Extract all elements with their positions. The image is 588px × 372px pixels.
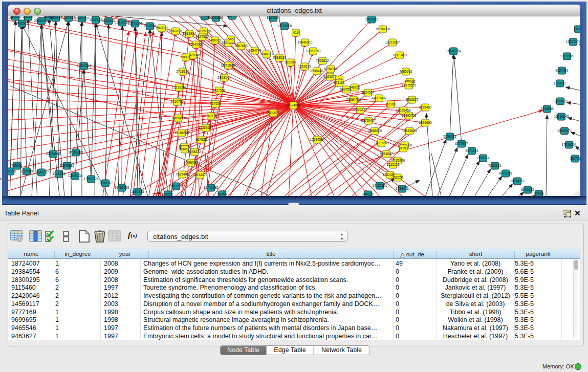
svg-text:746206: 746206 bbox=[349, 85, 360, 89]
svg-text:9242848: 9242848 bbox=[222, 63, 235, 67]
svg-text:1527602: 1527602 bbox=[89, 18, 102, 21]
svg-text:804136: 804136 bbox=[362, 192, 374, 196]
svg-text:7955812: 7955812 bbox=[316, 59, 329, 62]
svg-text:7625402: 7625402 bbox=[176, 172, 189, 176]
svg-text:3824554: 3824554 bbox=[361, 91, 375, 94]
svg-text:12093872: 12093872 bbox=[553, 99, 568, 103]
svg-text:10975887: 10975887 bbox=[60, 164, 75, 167]
svg-text:882203: 882203 bbox=[285, 60, 296, 64]
svg-text:8990448: 8990448 bbox=[310, 69, 323, 73]
svg-text:16914479: 16914479 bbox=[193, 173, 208, 177]
svg-text:18907249: 18907249 bbox=[374, 141, 389, 145]
svg-text:546: 546 bbox=[228, 37, 234, 41]
svg-text:200357: 200357 bbox=[23, 16, 34, 18]
svg-text:2935114: 2935114 bbox=[477, 156, 490, 160]
svg-text:16543362: 16543362 bbox=[189, 42, 204, 46]
svg-text:1733426: 1733426 bbox=[396, 187, 409, 190]
svg-text:1621072: 1621072 bbox=[323, 75, 337, 78]
svg-text:7386372: 7386372 bbox=[354, 108, 367, 112]
svg-text:14136141: 14136141 bbox=[373, 184, 387, 187]
svg-text:15692971: 15692971 bbox=[557, 129, 572, 133]
svg-text:8186328: 8186328 bbox=[208, 38, 222, 42]
svg-text:16671355: 16671355 bbox=[128, 21, 143, 25]
svg-text:9115460: 9115460 bbox=[419, 105, 432, 109]
svg-text:1237902: 1237902 bbox=[62, 16, 75, 19]
svg-text:10973493: 10973493 bbox=[393, 53, 407, 57]
svg-text:871161: 871161 bbox=[334, 81, 345, 84]
svg-text:1853217: 1853217 bbox=[49, 16, 62, 19]
svg-text:924501: 924501 bbox=[162, 192, 173, 196]
svg-text:12213987: 12213987 bbox=[385, 40, 400, 44]
svg-text:2718126: 2718126 bbox=[176, 70, 189, 73]
svg-text:9327505: 9327505 bbox=[195, 35, 209, 38]
svg-text:7515526: 7515526 bbox=[143, 24, 157, 28]
svg-text:14099489: 14099489 bbox=[184, 161, 199, 164]
svg-text:16495758: 16495758 bbox=[402, 114, 417, 117]
svg-text:510051: 510051 bbox=[10, 16, 21, 18]
svg-text:2867608: 2867608 bbox=[234, 44, 248, 48]
svg-text:1192345: 1192345 bbox=[132, 190, 144, 193]
svg-text:665409: 665409 bbox=[227, 16, 238, 17]
svg-text:9245652: 9245652 bbox=[521, 188, 534, 191]
svg-text:1145194: 1145194 bbox=[53, 172, 66, 176]
svg-text:8471676: 8471676 bbox=[499, 171, 512, 175]
svg-text:1010755: 1010755 bbox=[170, 100, 184, 103]
svg-text:1362615: 1362615 bbox=[298, 64, 311, 68]
svg-text:1965493: 1965493 bbox=[171, 116, 185, 120]
svg-text:9227342: 9227342 bbox=[555, 69, 569, 72]
svg-text:19166829: 19166829 bbox=[175, 131, 189, 135]
svg-text:6794028: 6794028 bbox=[324, 67, 337, 71]
svg-text:16782759: 16782759 bbox=[115, 186, 129, 189]
svg-text:10654112: 10654112 bbox=[510, 179, 525, 183]
svg-text:2830029: 2830029 bbox=[267, 111, 280, 115]
svg-text:9857721: 9857721 bbox=[169, 184, 183, 188]
svg-text:17359928: 17359928 bbox=[69, 150, 83, 154]
svg-text:8960128: 8960128 bbox=[169, 29, 182, 33]
svg-text:1405571: 1405571 bbox=[15, 21, 29, 25]
svg-text:11124: 11124 bbox=[574, 27, 580, 31]
svg-text:12942737: 12942737 bbox=[34, 170, 49, 174]
svg-text:15720407: 15720407 bbox=[361, 119, 376, 122]
svg-text:8454749: 8454749 bbox=[248, 49, 262, 52]
svg-text:8427552: 8427552 bbox=[212, 89, 226, 92]
svg-text:12505135: 12505135 bbox=[68, 174, 83, 178]
svg-text:10025458: 10025458 bbox=[396, 108, 411, 112]
svg-text:9463627: 9463627 bbox=[405, 98, 419, 101]
svg-text:15751074: 15751074 bbox=[566, 40, 580, 43]
svg-text:252254: 252254 bbox=[392, 176, 403, 179]
svg-text:8267130: 8267130 bbox=[204, 114, 217, 118]
svg-text:717004: 717004 bbox=[210, 102, 221, 105]
svg-text:939159: 939159 bbox=[8, 169, 16, 173]
svg-text:18640910: 18640910 bbox=[298, 40, 313, 44]
svg-text:7632621: 7632621 bbox=[488, 164, 502, 167]
svg-text:5958923: 5958923 bbox=[443, 135, 456, 138]
svg-text:116753: 116753 bbox=[570, 157, 580, 160]
svg-text:20364456: 20364456 bbox=[346, 98, 361, 101]
svg-text:92450: 92450 bbox=[217, 192, 227, 196]
svg-text:15716485: 15716485 bbox=[204, 186, 219, 189]
svg-text:17957225: 17957225 bbox=[84, 177, 99, 181]
svg-text:16210643: 16210643 bbox=[554, 115, 569, 118]
svg-text:1159812: 1159812 bbox=[554, 81, 567, 85]
svg-text:9129966: 9129966 bbox=[560, 54, 574, 58]
svg-text:11353594: 11353594 bbox=[199, 126, 213, 129]
svg-text:6899695: 6899695 bbox=[419, 121, 432, 124]
svg-text:1588520: 1588520 bbox=[273, 56, 286, 59]
svg-text:19654923: 19654923 bbox=[402, 129, 417, 133]
svg-text:16033809: 16033809 bbox=[209, 16, 224, 19]
svg-text:867835: 867835 bbox=[195, 138, 207, 141]
svg-text:20206565: 20206565 bbox=[46, 152, 61, 156]
svg-text:18724007: 18724007 bbox=[286, 103, 301, 107]
svg-text:785061: 785061 bbox=[11, 164, 23, 167]
svg-text:10688609: 10688609 bbox=[367, 129, 382, 133]
svg-text:10961758: 10961758 bbox=[306, 49, 321, 53]
svg-text:6466160: 6466160 bbox=[102, 19, 115, 23]
svg-text:9498222: 9498222 bbox=[188, 150, 201, 154]
svg-text:6879197: 6879197 bbox=[455, 142, 468, 145]
svg-text:1615112: 1615112 bbox=[387, 163, 400, 166]
svg-text:419: 419 bbox=[293, 31, 299, 34]
svg-text:20053346: 20053346 bbox=[77, 64, 92, 68]
svg-text:7663822: 7663822 bbox=[155, 26, 168, 30]
svg-text:19218596: 19218596 bbox=[277, 24, 292, 28]
svg-text:9474444: 9474444 bbox=[465, 149, 478, 152]
